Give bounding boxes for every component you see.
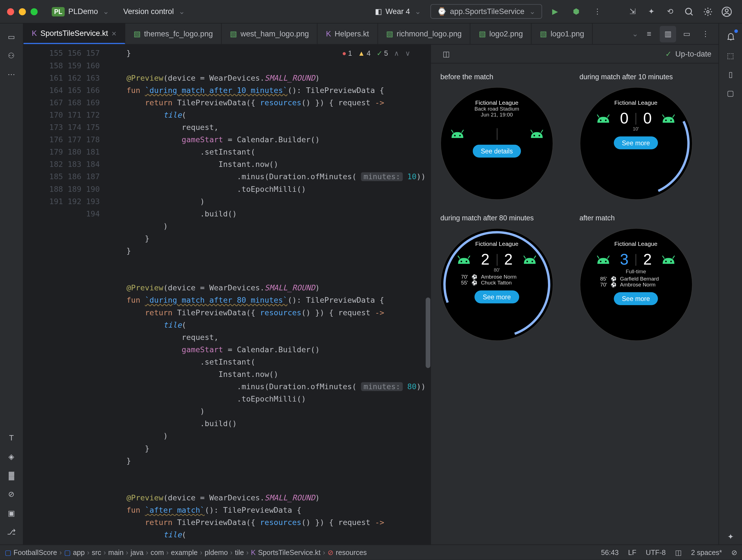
tab-west-ham-logo[interactable]: ▧ west_ham_logo.png <box>222 23 318 44</box>
ai-assistant-icon[interactable]: ✦ <box>723 528 739 545</box>
breadcrumbs[interactable]: ▢FootballScore›▢app›src›main›java›com›ex… <box>5 549 367 557</box>
run-button[interactable]: ▶ <box>547 3 563 20</box>
maximize-window[interactable] <box>31 8 38 15</box>
updates-icon[interactable]: ✦ <box>643 3 660 20</box>
tab-options-icon[interactable]: ⋮ <box>697 26 714 42</box>
project-selector[interactable]: PL PLDemo <box>47 4 114 18</box>
close-tab-icon[interactable]: × <box>112 29 116 38</box>
file-encoding[interactable]: UTF-8 <box>646 549 666 557</box>
tab-label: logo2.png <box>489 30 523 38</box>
inspection-widget[interactable]: 1 4 5 ∧ ∨ <box>338 48 414 59</box>
tab-logo2[interactable]: ▧ logo2.png <box>470 23 532 44</box>
watch-preview[interactable]: Fictional League0010'See more <box>579 87 692 200</box>
breadcrumb-item[interactable]: java <box>130 549 143 557</box>
device-selector[interactable]: ◧ Wear 4 <box>370 5 426 18</box>
android-logo-icon <box>447 128 467 140</box>
editor-scrollbar[interactable] <box>426 45 430 545</box>
structure-tool-icon[interactable]: ⚇ <box>3 47 20 63</box>
preview-layout-icon[interactable]: ◫ <box>438 46 455 62</box>
code-with-me-icon[interactable]: ⇲ <box>624 3 641 20</box>
view-mode-code-icon[interactable]: ≡ <box>641 26 657 42</box>
svg-point-0 <box>685 8 691 14</box>
tab-label: logo1.png <box>550 30 584 38</box>
run-config-selector[interactable]: ⌚ app.SportsTileService <box>431 4 542 19</box>
breadcrumb-item[interactable]: ▢FootballScore <box>5 549 57 557</box>
next-highlight-icon[interactable]: ∨ <box>405 49 411 57</box>
notifications-icon[interactable] <box>723 28 739 45</box>
watch-subtext: Full-time <box>626 269 646 275</box>
breadcrumb-item[interactable]: pldemo <box>205 549 228 557</box>
caret-position[interactable]: 56:43 <box>601 549 619 557</box>
warning-count[interactable]: 4 <box>358 49 370 57</box>
project-name: PLDemo <box>68 7 98 16</box>
device-name: Wear 4 <box>385 7 410 16</box>
tab-sportstileservice[interactable]: K SportsTileService.kt × <box>23 23 125 44</box>
close-window[interactable] <box>7 8 14 15</box>
watch-preview[interactable]: Fictional League32Full-time85'⚽Garfield … <box>579 228 692 341</box>
tab-label: Helpers.kt <box>334 30 369 38</box>
more-tools-icon[interactable]: ⋯ <box>3 66 20 82</box>
sync-icon[interactable]: ⟲ <box>662 3 679 20</box>
running-devices-icon[interactable]: ▢ <box>723 85 739 101</box>
tab-overflow-icon[interactable] <box>631 30 638 38</box>
chevron-down-icon <box>102 7 109 16</box>
watch-button[interactable]: See more <box>614 292 658 305</box>
vcs-tool-icon[interactable]: ⎇ <box>3 524 20 540</box>
android-logo-icon <box>526 128 546 140</box>
breadcrumb-item[interactable]: example <box>171 549 198 557</box>
tab-richmond-logo[interactable]: ▧ richmond_logo.png <box>378 23 470 44</box>
breadcrumb-item[interactable]: ⊘resources <box>328 549 367 557</box>
minimize-window[interactable] <box>19 8 26 15</box>
tab-label: richmond_logo.png <box>397 30 462 38</box>
preview-cell: during match after 10 minutesFictional L… <box>579 73 709 200</box>
account-icon[interactable] <box>719 3 735 20</box>
breadcrumb-item[interactable]: tile <box>235 549 244 557</box>
weak-warning-count[interactable]: 5 <box>377 49 388 57</box>
project-badge: PL <box>52 7 65 16</box>
image-file-icon: ▧ <box>230 30 237 38</box>
debug-button[interactable]: ⬢ <box>568 3 584 20</box>
watch-preview[interactable]: Fictional League2280'70'⚽Ambrose Norm55'… <box>440 228 553 341</box>
project-tool-icon[interactable]: ▭ <box>3 28 20 45</box>
readonly-icon[interactable]: ◫ <box>675 549 682 557</box>
logcat-icon[interactable]: ▓ <box>3 467 20 483</box>
android-logo-icon <box>659 254 679 265</box>
prev-highlight-icon[interactable]: ∧ <box>394 49 399 57</box>
view-mode-design-icon[interactable]: ▭ <box>679 26 695 42</box>
breadcrumb-item[interactable]: main <box>108 549 124 557</box>
search-icon[interactable] <box>681 3 697 20</box>
breadcrumb-item[interactable]: com <box>151 549 164 557</box>
editor-area: K SportsTileService.kt × ▧ themes_fc_log… <box>23 23 719 545</box>
error-count[interactable]: 1 <box>342 49 352 57</box>
problems-icon[interactable]: ⊘ <box>3 486 20 502</box>
line-separator[interactable]: LF <box>628 549 636 557</box>
line-gutter[interactable]: 155 156 157 158 159 160 161 162 163 164 … <box>23 45 108 545</box>
breadcrumb-item[interactable]: KSportsTileService.kt <box>251 549 320 557</box>
memory-indicator-icon[interactable]: ⊘ <box>731 549 737 557</box>
terminal-icon[interactable]: ▣ <box>3 505 20 521</box>
device-manager-icon[interactable]: ▯ <box>723 66 739 82</box>
gradle-icon[interactable]: ⬚ <box>723 47 739 63</box>
more-actions[interactable]: ⋮ <box>589 3 605 20</box>
chevron-down-icon <box>414 7 421 16</box>
tab-helpers[interactable]: K Helpers.kt <box>318 23 378 44</box>
tab-themes-fc-logo[interactable]: ▧ themes_fc_logo.png <box>125 23 222 44</box>
code-editor[interactable]: 1 4 5 ∧ ∨ 155 156 157 158 159 160 161 16… <box>23 45 430 545</box>
preview-cell-title: during match after 80 minutes <box>440 214 570 222</box>
view-mode-split-icon[interactable]: ▥ <box>660 26 676 42</box>
chevron-down-icon <box>528 7 536 16</box>
watch-league: Fictional League <box>475 99 518 106</box>
code-content[interactable]: } @Preview(device = WearDevices.SMALL_RO… <box>108 45 426 545</box>
vcs-widget[interactable]: Version control <box>118 5 190 18</box>
run-config-name: app.SportsTileService <box>450 7 524 16</box>
tab-logo1[interactable]: ▧ logo1.png <box>532 23 593 44</box>
watch-league: Fictional League <box>614 241 657 247</box>
settings-icon[interactable] <box>700 3 716 20</box>
breadcrumb-item[interactable]: ▢app <box>64 549 85 557</box>
favorites-icon[interactable]: ◈ <box>3 448 20 465</box>
watch-button[interactable]: See details <box>473 145 521 158</box>
breadcrumb-item[interactable]: src <box>92 549 101 557</box>
build-tool-icon[interactable]: T <box>3 429 20 446</box>
watch-preview[interactable]: Fictional LeagueBack road StadiumJun 21,… <box>440 87 553 200</box>
indent-widget[interactable]: 2 spaces* <box>691 549 722 557</box>
